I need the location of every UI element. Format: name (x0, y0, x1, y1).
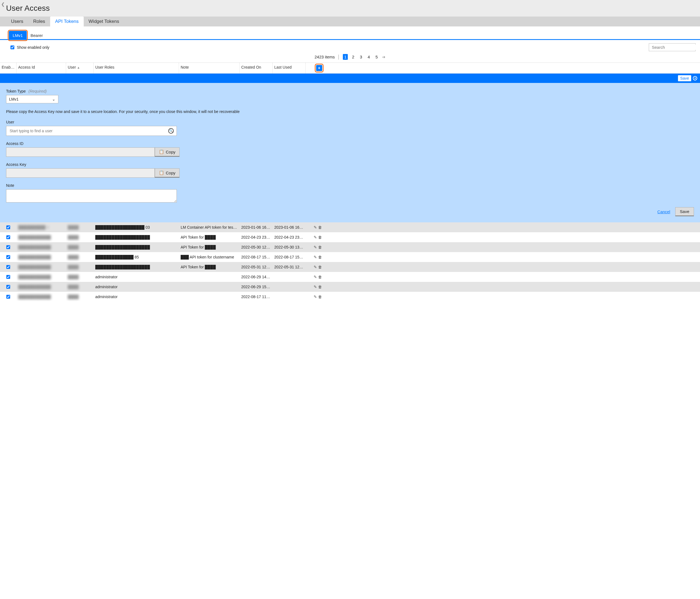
new-row-close-button[interactable]: ✕ (693, 76, 697, 80)
search-input[interactable] (651, 45, 700, 50)
row-enabled-checkbox[interactable] (6, 295, 10, 299)
col-last-used[interactable]: Last Used (273, 63, 306, 73)
row-enabled-checkbox[interactable] (6, 245, 10, 249)
row-roles: administrator (95, 294, 118, 299)
edit-icon[interactable]: ✎ (314, 285, 317, 289)
table-row: ██████████ V ████ ██████████████████ 03 … (0, 222, 700, 232)
user-search-input[interactable] (9, 128, 168, 134)
trash-icon[interactable]: 🗑 (318, 255, 322, 259)
edit-icon[interactable]: ✎ (314, 235, 317, 239)
page-2[interactable]: 2 (351, 54, 355, 60)
col-created-on[interactable]: Created On (240, 63, 273, 73)
new-row-save-button[interactable]: Save (678, 75, 691, 81)
row-last-used: 2022-05-31 12:46 (274, 265, 305, 269)
copy-access-id-button[interactable]: 📋 Copy (155, 147, 179, 157)
row-user: ████ (68, 285, 79, 289)
new-row-bar: Save ✕ (0, 74, 700, 83)
row-user: ████ (68, 294, 79, 299)
cancel-button[interactable]: Cancel (657, 209, 670, 214)
row-note: LM Container API token for test123 (181, 225, 240, 230)
chevron-down-icon: ⌄ (52, 97, 55, 101)
copy-access-key-button[interactable]: 📋 Copy (155, 168, 179, 178)
edit-icon[interactable]: ✎ (314, 275, 317, 279)
trash-icon[interactable]: 🗑 (318, 235, 322, 239)
trash-icon[interactable]: 🗑 (318, 285, 322, 289)
row-last-used: 2022-04-23 23:16 (274, 235, 305, 239)
row-enabled-checkbox[interactable] (6, 285, 10, 289)
row-access-id: ████████████ (18, 294, 51, 299)
col-actions: + (306, 63, 325, 73)
trash-icon[interactable]: 🗑 (318, 294, 322, 299)
row-created: 2022-06-29 14:33 (241, 275, 272, 279)
row-roles: administrator (95, 275, 118, 279)
access-id-label: Access ID (6, 141, 694, 146)
table-row: ████████████ ████ ████████████████████ A… (0, 242, 700, 252)
row-roles: ██████████████ 85 (95, 255, 139, 259)
page-5[interactable]: 5 (374, 54, 379, 60)
row-note: API Token for ████ (181, 265, 216, 269)
trash-icon[interactable]: 🗑 (318, 225, 322, 230)
row-enabled-checkbox[interactable] (6, 255, 10, 259)
save-button[interactable]: Save (675, 207, 694, 216)
subtab-bearer[interactable]: Bearer (27, 31, 47, 40)
row-last-used: 2023-01-06 16:08 (274, 225, 305, 230)
table-row: ████████████ ████ administrator 2022-08-… (0, 292, 700, 302)
items-count: 2423 items (315, 54, 334, 59)
row-access-id: ████████████ (18, 245, 51, 249)
page-3[interactable]: 3 (358, 54, 364, 60)
row-access-id: ████████████ (18, 285, 51, 289)
show-enabled-only-checkbox[interactable]: Show enabled only (9, 45, 49, 50)
row-access-id: ████████████ (18, 265, 51, 269)
col-user-roles[interactable]: User Roles (94, 63, 179, 73)
row-enabled-checkbox[interactable] (6, 265, 10, 269)
table-row: ████████████ ████ administrator 2022-06-… (0, 282, 700, 292)
clipboard-icon: 📋 (159, 149, 164, 154)
trash-icon[interactable]: 🗑 (318, 245, 322, 249)
new-token-form: Token Type (Required) LMv1 ⌄ Please copy… (0, 83, 700, 222)
row-enabled-checkbox[interactable] (6, 275, 10, 279)
main-tabs: Users Roles API Tokens Widget Tokens (0, 17, 700, 26)
enabled-only-input[interactable] (10, 45, 14, 49)
page-1[interactable]: 1 (343, 54, 348, 60)
row-enabled-checkbox[interactable] (6, 235, 10, 239)
row-enabled-checkbox[interactable] (6, 225, 10, 229)
row-last-used: 2022-05-30 13:00 (274, 245, 305, 249)
subtab-lmv1[interactable]: LMv1 (9, 31, 27, 40)
tab-api-tokens[interactable]: API Tokens (50, 17, 84, 26)
col-user[interactable]: User▲ (66, 63, 94, 73)
search-box[interactable]: 🔍 (649, 43, 696, 51)
note-label: Note (6, 183, 694, 188)
edit-icon[interactable]: ✎ (314, 245, 317, 249)
edit-icon[interactable]: ✎ (314, 225, 317, 230)
row-roles: ████████████████████ (95, 235, 150, 239)
add-token-button[interactable]: + (316, 65, 322, 71)
token-table-body: ██████████ V ████ ██████████████████ 03 … (0, 222, 700, 302)
note-textarea[interactable] (6, 189, 177, 202)
search-user-icon[interactable]: 🔍 (168, 128, 174, 134)
edit-icon[interactable]: ✎ (314, 294, 317, 299)
col-note[interactable]: Note (179, 63, 240, 73)
row-created: 2023-01-06 16:08 (241, 225, 272, 230)
page-4[interactable]: 4 (366, 54, 371, 60)
col-access-id[interactable]: Access Id (17, 63, 66, 73)
back-chevron-icon[interactable]: ❮ (1, 2, 5, 7)
row-created: 2022-08-17 11:43 (241, 294, 272, 299)
access-key-label: Access Key (6, 162, 694, 167)
trash-icon[interactable]: 🗑 (318, 275, 322, 279)
table-row: ████████████ ████ ██████████████ 85 ███ … (0, 252, 700, 262)
tab-roles[interactable]: Roles (28, 17, 50, 26)
table-header: Enabled Access Id User▲ User Roles Note … (0, 63, 700, 74)
page-next-icon[interactable]: ➔ (382, 54, 385, 59)
row-created: 2022-05-31 12:46 (241, 265, 272, 269)
edit-icon[interactable]: ✎ (314, 265, 317, 269)
token-type-select[interactable]: LMv1 ⌄ (6, 95, 58, 103)
tab-widget-tokens[interactable]: Widget Tokens (84, 17, 124, 26)
row-access-id: ████████████ (18, 275, 51, 279)
row-roles: ████████████████████ (95, 265, 150, 269)
tab-users[interactable]: Users (6, 17, 28, 26)
trash-icon[interactable]: 🗑 (318, 265, 322, 269)
col-enabled[interactable]: Enabled (0, 63, 17, 73)
edit-icon[interactable]: ✎ (314, 255, 317, 259)
row-user: ████ (68, 265, 79, 269)
table-row: ████████████ ████ ████████████████████ A… (0, 232, 700, 242)
